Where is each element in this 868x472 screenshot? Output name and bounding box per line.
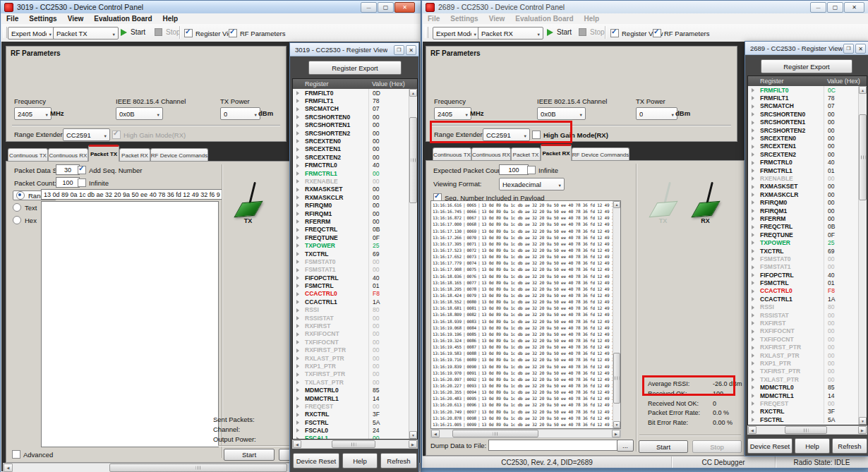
dump-file-input[interactable] (488, 440, 620, 451)
packet-line[interactable]: 13:16:19.716|0089|13 0d 89 0a 1c db ae 3… (433, 356, 613, 363)
register-row[interactable]: RXLAST_PTR 00 (293, 354, 409, 362)
value-column-header[interactable]: Value (Hex) (827, 78, 860, 85)
register-row[interactable]: RSSISTAT 00 (293, 314, 409, 322)
expand-arrow-icon[interactable] (752, 281, 754, 285)
scroll-up-icon[interactable] (859, 86, 867, 94)
register-row[interactable]: FREQTUNE 0F (748, 231, 859, 238)
toolbar-grip[interactable] (425, 27, 428, 38)
start-button[interactable]: Start (121, 28, 145, 36)
packet-line[interactable]: 13:16:19.839|0090|13 0d 89 0a 1c db ae 3… (433, 363, 613, 370)
packet-line[interactable]: 13:16:20.878|0098|13 0d 89 0a 1c db ae 3… (433, 415, 613, 421)
expand-arrow-icon[interactable] (296, 260, 299, 264)
expand-arrow-icon[interactable] (752, 193, 754, 197)
register-row[interactable]: FIFOPCTRL 40 (748, 271, 859, 279)
payload-textarea[interactable] (41, 201, 219, 447)
scroll-up-icon[interactable] (409, 89, 417, 97)
expand-arrow-icon[interactable] (296, 308, 299, 313)
packet-line[interactable]: 13:16:18.165|0077|13 0d 89 0a 1c db ae 3… (433, 279, 613, 286)
refresh-button[interactable]: Refresh (832, 438, 867, 454)
packet-line[interactable]: 13:16:18.552|0080|13 0d 89 0a 1c db ae 3… (433, 298, 613, 305)
register-row[interactable]: SRCSHORTEN0 00 (293, 113, 409, 121)
scroll-right-icon[interactable] (409, 440, 417, 448)
tab-packet-tx[interactable]: Packet TX (511, 147, 541, 161)
expand-arrow-icon[interactable] (752, 273, 754, 277)
tab-packet-rx[interactable]: Packet RX (541, 144, 572, 161)
register-row[interactable]: TXPOWER 25 (293, 241, 409, 249)
register-hscrollbar[interactable] (747, 425, 867, 435)
expand-arrow-icon[interactable] (296, 179, 299, 183)
expand-arrow-icon[interactable] (296, 300, 299, 304)
tx-start-button[interactable]: Start (224, 449, 275, 461)
right-window-titlebar[interactable]: 2689 - CC2530 - Device Control Panel (422, 1, 868, 13)
close-icon[interactable] (855, 44, 866, 54)
close-icon[interactable] (406, 45, 416, 55)
expand-arrow-icon[interactable] (752, 104, 754, 109)
register-export-button[interactable]: Register Export (761, 59, 852, 73)
register-row[interactable]: SRCEXTEN2 00 (748, 150, 859, 158)
expand-arrow-icon[interactable] (752, 401, 754, 406)
register-row[interactable]: SRCEXTEN2 00 (293, 153, 409, 161)
register-row[interactable]: RXMASKSET 00 (293, 186, 409, 193)
expand-arrow-icon[interactable] (752, 225, 754, 229)
expand-arrow-icon[interactable] (752, 353, 754, 358)
expand-arrow-icon[interactable] (296, 332, 299, 337)
expand-arrow-icon[interactable] (296, 404, 299, 409)
register-row[interactable]: RFIRQM1 00 (293, 210, 409, 217)
packet-line[interactable]: 13:16:19.455|0087|13 0d 89 0a 1c db ae 3… (433, 344, 613, 350)
register-row[interactable]: FRMFILT1 78 (748, 94, 859, 102)
device-reset-button[interactable]: Device Reset (747, 438, 792, 454)
packet-line[interactable]: 13:16:16.616|0065|13 0d 89 0a 1c db ae 3… (433, 202, 613, 208)
device-reset-button[interactable]: Device Reset (293, 453, 339, 468)
scrollbar-thumb[interactable] (859, 114, 867, 200)
scrollbar-thumb[interactable] (409, 117, 417, 203)
packet-line[interactable]: 13:16:17.266|0070|13 0d 89 0a 1c db ae 3… (433, 234, 613, 241)
tab-continuous-tx[interactable]: Continuous TX (433, 147, 471, 161)
expand-arrow-icon[interactable] (296, 420, 299, 425)
menu-item[interactable]: View (68, 15, 84, 23)
expand-arrow-icon[interactable] (296, 219, 299, 224)
expand-arrow-icon[interactable] (752, 169, 754, 173)
expand-arrow-icon[interactable] (296, 349, 299, 353)
register-row[interactable]: FRMCTRL0 40 (293, 162, 409, 169)
scroll-down-icon[interactable] (409, 431, 417, 439)
register-row[interactable]: FRMCTRL0 40 (748, 159, 859, 167)
text-radio[interactable]: Text (13, 203, 37, 212)
register-row[interactable]: RXENABLE 00 (293, 177, 409, 185)
maximize-button[interactable] (378, 2, 394, 13)
register-row[interactable]: SRCSHORTEN1 00 (293, 121, 409, 129)
expand-arrow-icon[interactable] (752, 418, 754, 422)
tab-continuous-tx[interactable]: Continuous TX (8, 148, 48, 162)
register-hscrollbar[interactable] (292, 440, 418, 449)
packet-line[interactable]: 13:16:20.749|0097|13 0d 89 0a 1c db ae 3… (433, 409, 613, 415)
packet-line[interactable]: 13:16:20.355|0094|13 0d 89 0a 1c db ae 3… (433, 389, 613, 395)
test-mode-select[interactable]: Packet RX (478, 27, 543, 40)
register-row[interactable]: SRCEXTEN0 00 (748, 134, 859, 142)
register-row[interactable]: RSSI 80 (293, 306, 409, 314)
expand-arrow-icon[interactable] (296, 356, 299, 361)
register-row[interactable]: FIFOPCTRL 40 (293, 274, 409, 282)
expand-arrow-icon[interactable] (296, 268, 299, 272)
scroll-left-icon[interactable] (748, 426, 757, 434)
register-column-header[interactable]: Register (305, 80, 329, 87)
browse-button[interactable]: ... (617, 440, 634, 452)
expand-arrow-icon[interactable] (296, 155, 299, 159)
expand-arrow-icon[interactable] (296, 203, 299, 207)
tab-rf-device-commands[interactable]: RF Device Commands (572, 147, 629, 161)
register-row[interactable]: FSMSTAT0 00 (293, 258, 409, 265)
float-window-icon[interactable] (394, 45, 404, 55)
packet-line[interactable]: 13:16:16.872|0067|13 0d 89 0a 1c db ae 3… (433, 214, 613, 221)
scrollbar-thumb[interactable] (332, 440, 375, 448)
register-row[interactable]: FREQTUNE 0F (293, 234, 409, 241)
expand-arrow-icon[interactable] (296, 397, 299, 401)
expand-arrow-icon[interactable] (296, 236, 299, 240)
mode-select[interactable]: Expert Mode (433, 27, 480, 40)
expand-arrow-icon[interactable] (752, 96, 754, 100)
register-row[interactable]: FSMSTAT1 00 (748, 263, 859, 271)
packet-line[interactable]: 13:16:19.324|0086|13 0d 89 0a 1c db ae 3… (433, 337, 613, 344)
expand-arrow-icon[interactable] (296, 373, 299, 377)
register-row[interactable]: CCACTRL1 1A (748, 295, 859, 303)
expand-arrow-icon[interactable] (752, 329, 754, 334)
expand-arrow-icon[interactable] (296, 195, 299, 200)
expand-arrow-icon[interactable] (752, 152, 754, 157)
packet-line[interactable]: 13:16:20.483|0095|13 0d 89 0a 1c db ae 3… (433, 395, 613, 401)
